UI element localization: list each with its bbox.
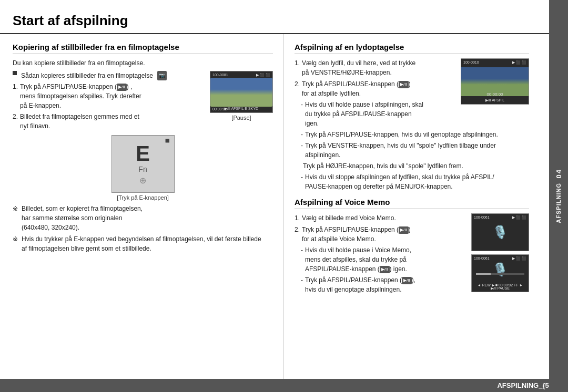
audio-top-left: 100-0010 xyxy=(463,60,479,65)
audio-step1-text: Vælg den lydfil, du vil høre, ved at try… xyxy=(302,58,415,77)
dash-4-sym: - xyxy=(301,172,303,191)
voice-screen1-top: 100-0061 ▶ ⬛ ⬛ xyxy=(474,215,526,220)
notes-block: ※ Billedet, som er kopieret fra filmopta… xyxy=(13,204,273,253)
step1-num: 1. xyxy=(13,82,18,110)
note-1: ※ Billedet, som er kopieret fra filmopta… xyxy=(13,204,273,232)
voice-dash2-sym: - xyxy=(301,275,303,294)
audio-dash4-text: Hvis du vil stoppe afspilningen af lydfi… xyxy=(305,172,494,191)
voice-step2-text: Tryk på AFSPIL/PAUSE-knappen (▶/II)for a… xyxy=(302,225,411,244)
audio-camera-screen: 100-0010 ▶ ⬛ ⬛ 00:00:00 ▶/II AFSPIL xyxy=(461,58,529,105)
voice-screen-2: 100-0061 ▶ ⬛ ⬛ 🎙️ ◄ REW ▶ ■ 00:00:02 FF … xyxy=(471,254,529,292)
side-tab-label: AFSPILNING xyxy=(555,183,562,223)
audio-bottom-bar: ▶/II AFSPIL xyxy=(461,98,529,102)
left-section-title: Kopiering af stillbilleder fra en filmop… xyxy=(13,43,273,54)
left-intro: Du kan kopiere stillbilleder fra en film… xyxy=(13,58,273,68)
fn-icon: ⊕ xyxy=(139,176,146,185)
audio-dash1-text: Hvis du vil holde pause i afspilningen, … xyxy=(305,100,423,128)
voice-dash-2: - Tryk på AFSPIL/PAUSE-knappen (▶/II),hv… xyxy=(295,275,465,294)
audio-step-2: 2. Tryk på AFSPIL/PAUSE-knappen (▶/II)fo… xyxy=(295,79,454,98)
audio-content: 100-0010 ▶ ⬛ ⬛ 00:00:00 ▶/II AFSPIL 1. V… xyxy=(295,58,529,98)
caption2: [Tryk på E-knappen] xyxy=(111,194,175,201)
caption1: [Pause] xyxy=(210,115,273,121)
step2-num: 2. xyxy=(13,112,18,131)
voice-screen2-play-bar: ▶/II PAUSE xyxy=(472,286,529,291)
playback-bar xyxy=(476,273,524,275)
audio-section: Afspilning af en lydoptagelse 100-0010 ▶… xyxy=(295,43,529,191)
voice-dash2-text: Tryk på AFSPIL/PAUSE-knappen (▶/II),hvis… xyxy=(305,275,415,294)
e-button-block: ⬛ E Fn ⊕ [Tryk på E-knappen] xyxy=(111,135,175,201)
screen1-bottom-bar: ▶/II AFSPIL E SKYD xyxy=(210,107,272,111)
voice-screens: 100-0061 ▶ ⬛ ⬛ 🎙️ 100-0061 ▶ ⬛ ⬛ 🎙️ xyxy=(471,213,529,292)
audio-screen-block: 100-0010 ▶ ⬛ ⬛ 00:00:00 ▶/II AFSPIL xyxy=(461,58,529,105)
dash-2-sym: - xyxy=(301,130,303,139)
voice-section: Afspilning af Voice Memo 100-0061 ▶ ⬛ ⬛ … xyxy=(295,198,529,294)
how-to-block: 100-0081 ▶ ⬛ ⬛ 00:00:02 ▶/II AFSPIL E SK… xyxy=(13,71,273,131)
audio-dash-3: - Tryk på VENSTRE-knappen, hvis du vil "… xyxy=(295,141,529,160)
step-2: 2. Billedet fra filmoptagelsen gemmes me… xyxy=(13,112,204,131)
camera-screen-1: 100-0081 ▶ ⬛ ⬛ 00:00:02 ▶/II AFSPIL E SK… xyxy=(210,71,273,113)
note2-text: Hvis du trykker på E-knappen ved begynde… xyxy=(22,234,261,253)
voice-screen-1: 100-0061 ▶ ⬛ ⬛ 🎙️ xyxy=(471,213,529,251)
e-button-image: ⬛ E Fn ⊕ xyxy=(111,135,175,193)
voice-dash1-text: Hvis du vil holde pause i Voice Memo,men… xyxy=(305,245,411,274)
screen1-top-right: ▶ ⬛ ⬛ xyxy=(256,73,270,77)
voice-step1-num: 1. xyxy=(295,213,300,223)
step-1: 1. Tryk på AFSPIL/PAUSE-knappen (▶/II) ,… xyxy=(13,82,204,110)
right-column: Afspilning af en lydoptagelse 100-0010 ▶… xyxy=(284,34,540,379)
screen1-top-left: 100-0081 xyxy=(212,73,228,77)
page: Start af afspilning Kopiering af stillbi… xyxy=(0,0,568,392)
voice-step1-text: Vælg et billede med Voice Memo. xyxy=(302,213,396,223)
e-letter: E xyxy=(136,143,150,164)
voice-content: 100-0061 ▶ ⬛ ⬛ 🎙️ 100-0061 ▶ ⬛ ⬛ 🎙️ xyxy=(295,213,529,294)
page-footer: AFSPILNING_{51} xyxy=(0,379,568,392)
voice-step-2: 2. Tryk på AFSPIL/PAUSE-knappen (▶/II)fo… xyxy=(295,225,465,244)
play-pause-icon-2: ▶/II xyxy=(399,81,409,88)
voice-dash-1: - Hvis du vil holde pause i Voice Memo,m… xyxy=(295,245,465,274)
step1-text: Tryk på AFSPIL/PAUSE-knappen (▶/II) ,men… xyxy=(20,82,141,110)
audio-time: 00:00:00 xyxy=(461,92,529,97)
left-column: Kopiering af stillbilleder fra en filmop… xyxy=(0,34,284,379)
content-area: Kopiering af stillbilleder fra en filmop… xyxy=(0,34,568,379)
voice-screen2-top-right: ▶ ⬛ ⬛ xyxy=(512,256,526,261)
audio-section-title: Afspilning af en lydoptagelse xyxy=(295,43,529,54)
note-symbol-2: ※ xyxy=(13,234,18,253)
voice-dash1-sym: - xyxy=(301,245,303,274)
dash-1-sym: - xyxy=(301,100,303,128)
audio-dash2-text: Tryk på AFSPIL/PAUSE-knappen, hvis du vi… xyxy=(305,130,498,139)
voice-section-title: Afspilning af Voice Memo xyxy=(295,198,529,209)
camera-icon: 📷 xyxy=(157,71,167,80)
e-button-container: ⬛ E Fn ⊕ [Tryk på E-knappen] xyxy=(13,135,273,201)
audio-step2-text: Tryk på AFSPIL/PAUSE-knappen (▶/II)for a… xyxy=(302,79,411,98)
note1-text: Billedet, som er kopieret fra filmoptage… xyxy=(22,204,143,232)
voice-screen1-top-right: ▶ ⬛ ⬛ xyxy=(512,215,526,220)
side-tab-chapter: 04 xyxy=(555,169,563,178)
voice-step-1: 1. Vælg et billede med Voice Memo. xyxy=(295,213,465,223)
step2-text: Billedet fra filmoptagelsen gemmes med e… xyxy=(20,112,139,131)
audio-step1-num: 1. xyxy=(295,58,300,77)
playback-progress xyxy=(476,273,491,275)
landscape-photo xyxy=(210,78,272,107)
play-pause-icon-3: ▶/II xyxy=(399,226,409,234)
screen1-top: 100-0081 ▶ ⬛ ⬛ xyxy=(212,73,270,77)
audio-screen-top: 100-0010 ▶ ⬛ ⬛ xyxy=(463,60,526,65)
page-title: Start af afspilning xyxy=(0,13,568,34)
play-pause-icon: ▶/II xyxy=(117,84,127,91)
note-symbol-1: ※ xyxy=(13,204,18,232)
note-2: ※ Hvis du trykker på E-knappen ved begyn… xyxy=(13,234,273,253)
audio-dash-3b: Tryk på HØJRE-knappen, hvis du vil "spol… xyxy=(295,161,529,171)
audio-dash3-text: Tryk på VENSTRE-knappen, hvis du vil "sp… xyxy=(305,141,496,160)
audio-dash-4: - Hvis du vil stoppe afspilningen af lyd… xyxy=(295,172,529,191)
audio-step-1: 1. Vælg den lydfil, du vil høre, ved at … xyxy=(295,58,454,77)
dash-3-sym: - xyxy=(301,141,303,160)
audio-dash-2: - Tryk på AFSPIL/PAUSE-knappen, hvis du … xyxy=(295,130,529,139)
play-pause-icon-4: ▶/II xyxy=(380,266,390,273)
audio-top-right: ▶ ⬛ ⬛ xyxy=(512,60,526,65)
bullet-icon xyxy=(13,71,17,75)
audio-step2-num: 2. xyxy=(295,79,300,98)
side-tab: 04 AFSPILNING xyxy=(549,34,568,379)
voice-screen1-top-left: 100-0061 xyxy=(474,215,490,220)
how-to-label-block: Sådan kopieres stillbilleder fra en film… xyxy=(13,71,204,80)
play-pause-icon-5: ▶/II xyxy=(402,277,412,284)
corner-detail: ⬛ xyxy=(165,139,170,143)
fn-label: Fn xyxy=(138,165,147,173)
